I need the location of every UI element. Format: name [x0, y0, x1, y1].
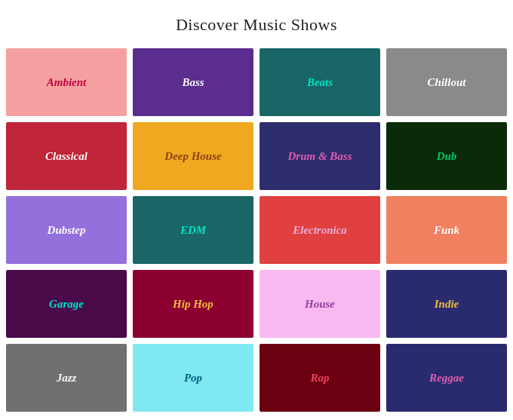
- tile-label-bass: Bass: [182, 76, 204, 89]
- tile-edm[interactable]: EDM: [133, 196, 253, 264]
- tile-dub[interactable]: Dub: [386, 122, 507, 190]
- tile-label-dubstep: Dubstep: [48, 224, 86, 237]
- tile-label-house: House: [305, 298, 335, 311]
- tile-label-garage: Garage: [49, 298, 84, 311]
- tile-label-indie: Indie: [435, 298, 459, 311]
- tile-garage[interactable]: Garage: [6, 270, 127, 338]
- tile-label-beats: Beats: [307, 76, 333, 89]
- tile-label-edm: EDM: [180, 224, 206, 237]
- tile-label-electronica: Electronica: [293, 224, 347, 237]
- tile-label-rap: Rap: [310, 372, 329, 385]
- tile-rap[interactable]: Rap: [260, 344, 380, 412]
- music-grid: AmbientBassBeatsChilloutClassicalDeep Ho…: [6, 48, 507, 412]
- tile-deep-house[interactable]: Deep House: [133, 122, 253, 190]
- tile-label-classical: Classical: [45, 150, 88, 163]
- tile-bass[interactable]: Bass: [133, 48, 253, 116]
- tile-dubstep[interactable]: Dubstep: [6, 196, 127, 264]
- tile-label-hip-hop: Hip Hop: [173, 298, 213, 311]
- tile-reggae[interactable]: Reggae: [386, 344, 507, 412]
- tile-funk[interactable]: Funk: [386, 196, 507, 264]
- tile-label-dub: Dub: [437, 150, 457, 163]
- tile-label-drum-bass: Drum & Bass: [287, 150, 352, 163]
- tile-label-pop: Pop: [184, 372, 202, 385]
- tile-hip-hop[interactable]: Hip Hop: [133, 270, 253, 338]
- tile-house[interactable]: House: [260, 270, 380, 338]
- tile-jazz[interactable]: Jazz: [6, 344, 127, 412]
- tile-pop[interactable]: Pop: [133, 344, 253, 412]
- tile-beats[interactable]: Beats: [260, 48, 380, 116]
- tile-label-chillout: Chillout: [428, 76, 466, 89]
- tile-label-ambient: Ambient: [47, 76, 87, 89]
- tile-drum-bass[interactable]: Drum & Bass: [260, 122, 380, 190]
- tile-label-deep-house: Deep House: [164, 150, 221, 163]
- tile-electronica[interactable]: Electronica: [260, 196, 380, 264]
- tile-label-jazz: Jazz: [57, 372, 77, 385]
- tile-ambient[interactable]: Ambient: [6, 48, 127, 116]
- tile-classical[interactable]: Classical: [6, 122, 127, 190]
- tile-chillout[interactable]: Chillout: [386, 48, 507, 116]
- page-title: Discover Music Shows: [176, 15, 337, 35]
- tile-label-reggae: Reggae: [429, 372, 464, 385]
- tile-indie[interactable]: Indie: [386, 270, 507, 338]
- tile-label-funk: Funk: [434, 224, 459, 237]
